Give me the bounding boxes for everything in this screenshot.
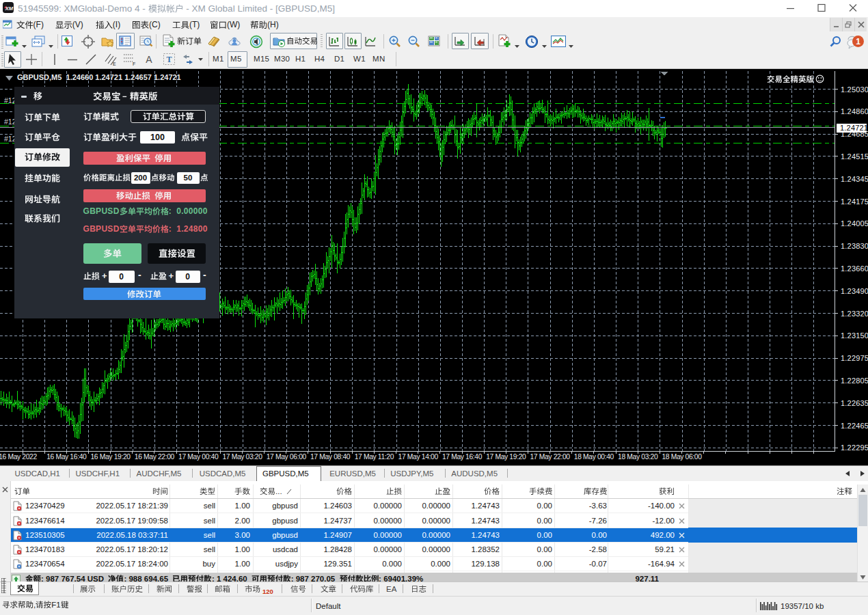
svg-text:1: 1 <box>856 37 860 46</box>
svg-text:E: E <box>113 62 116 66</box>
svg-text:T: T <box>166 55 172 64</box>
svg-text:XM: XM <box>5 5 14 12</box>
svg-text:F: F <box>133 62 135 66</box>
svg-text:A: A <box>146 54 152 65</box>
